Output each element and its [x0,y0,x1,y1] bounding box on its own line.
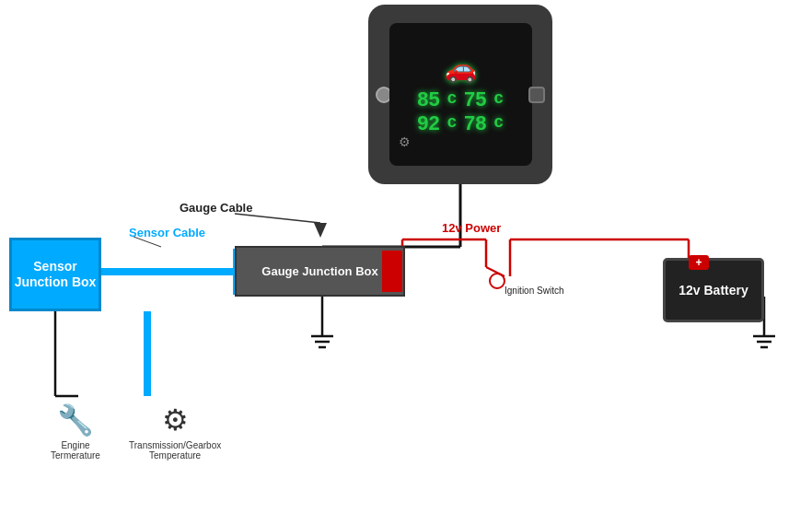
sensor-junction-box: Sensor Junction Box [9,238,101,311]
engine-component: 🔧 EngineTermerature [51,402,100,461]
transmission-icon: ⚙ [129,402,221,438]
engine-temp-label: EngineTermerature [51,440,100,461]
gauge-right-button[interactable] [528,87,545,103]
trans-temp-label: Transmission/GearboxTemperature [129,440,221,461]
gear-icon: ⚙ [399,134,411,149]
engine-icon: 🔧 [51,402,100,438]
svg-line-25 [235,214,320,223]
gauge-junction-box: Gauge Junction Box [235,246,405,297]
svg-line-11 [486,267,505,276]
gauge-display: 🚗 85c 75c 92c 78c ⚙ [368,5,552,184]
temp3-unit: c [447,111,457,135]
temp2-unit: c [493,88,503,111]
sensor-cable-label: Sensor Cable [129,226,205,239]
battery-positive-terminal: + [689,255,709,270]
power-12v-label: 12v Power [442,221,501,235]
ignition-switch-label: Ignition Switch [505,286,563,296]
svg-marker-24 [314,223,327,238]
gauge-engine-icon: 🚗 [445,53,477,84]
gauge-temps-top: 85c 75c [417,88,503,111]
red-connector [382,251,402,292]
gauge-temps-bottom: 92c 78c [417,111,503,135]
gauge-junction-label: Gauge Junction Box [261,264,377,278]
temp4-unit: c [493,111,503,135]
temp1-unit: c [447,88,457,111]
temp1-value: 85 [417,88,439,111]
gauge-screen: 🚗 85c 75c 92c 78c ⚙ [389,23,532,166]
temp3-value: 92 [417,111,439,135]
wiring-diagram: 🚗 85c 75c 92c 78c ⚙ Sensor Junction Box … [0,0,812,525]
temp2-value: 75 [464,88,486,111]
battery-label: 12v Battery [679,283,748,298]
sensor-junction-label: Sensor Junction Box [12,259,99,290]
svg-point-10 [490,274,505,288]
temp4-value: 78 [464,111,486,135]
battery-box: 12v Battery [663,258,764,322]
transmission-component: ⚙ Transmission/GearboxTemperature [129,402,221,461]
gauge-cable-label: Gauge Cable [180,201,252,215]
